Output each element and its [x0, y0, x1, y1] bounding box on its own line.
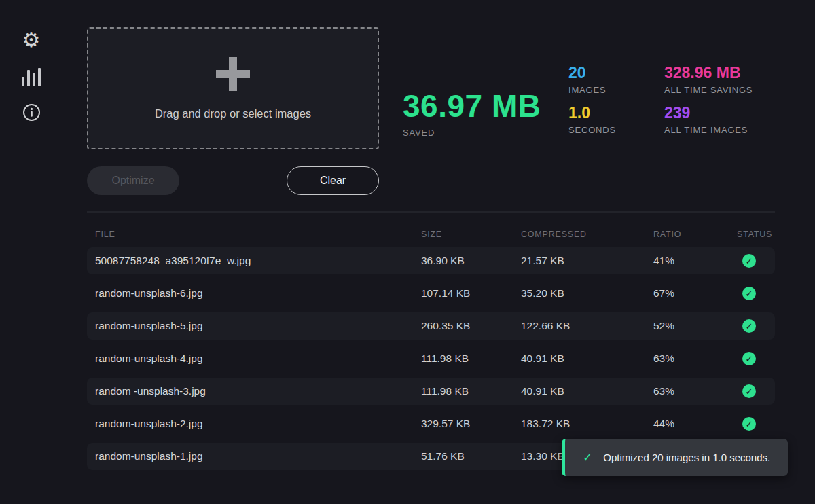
status-success-icon: ✓ — [742, 384, 756, 398]
cell-size: 107.14 KB — [421, 287, 521, 300]
stat-alltime-images-label: ALL TIME IMAGES — [664, 125, 753, 135]
header-ratio: RATIO — [653, 230, 737, 239]
table-row: random-unsplash-2.jpg 329.57 KB 183.72 K… — [87, 410, 775, 437]
stat-alltime-savings-value: 328.96 MB — [664, 64, 753, 82]
cell-size: 36.90 KB — [421, 255, 521, 267]
header-file: FILE — [87, 230, 421, 239]
header-compressed: COMPRESSED — [521, 230, 653, 239]
cell-file: random-unsplash-4.jpg — [87, 353, 421, 365]
stat-images-value: 20 — [568, 64, 616, 82]
section-divider — [87, 211, 775, 213]
dropzone-label: Drag and drop or select images — [155, 107, 311, 120]
stat-images-label: IMAGES — [568, 85, 616, 95]
sidebar-item-settings[interactable]: ⚙ — [21, 30, 41, 50]
cell-ratio: 52% — [653, 320, 737, 332]
cell-file: 50087758248_a395120f7e_w.jpg — [87, 255, 421, 267]
status-success-icon: ✓ — [742, 254, 756, 268]
cell-compressed: 35.20 KB — [521, 287, 653, 300]
cell-file: random-unsplash-2.jpg — [87, 418, 421, 430]
plus-icon — [216, 57, 250, 91]
cell-size: 111.98 KB — [421, 385, 521, 397]
table-header: FILE SIZE COMPRESSED RATIO STATUS — [87, 226, 775, 243]
clear-button[interactable]: Clear — [287, 166, 379, 195]
stat-saved-label: SAVED — [403, 128, 541, 138]
table-row: random-unsplash-5.jpg 260.35 KB 122.66 K… — [87, 312, 775, 340]
table-row: random-unsplash-4.jpg 111.98 KB 40.91 KB… — [87, 345, 775, 372]
toast-notification: ✓ Optimized 20 images in 1.0 seconds. — [562, 439, 788, 476]
stat-seconds-value: 1.0 — [568, 104, 616, 122]
table-row: 50087758248_a395120f7e_w.jpg 36.90 KB 21… — [87, 247, 775, 274]
cell-compressed: 122.66 KB — [521, 320, 653, 332]
cell-file: random-unsplash-6.jpg — [87, 287, 421, 300]
sidebar-item-statistics[interactable] — [21, 67, 41, 87]
table-row: random-unsplash-6.jpg 107.14 KB 35.20 KB… — [87, 280, 775, 307]
table-row: random -unsplash-3.jpg 111.98 KB 40.91 K… — [87, 378, 775, 405]
status-success-icon: ✓ — [742, 417, 756, 431]
gear-icon: ⚙ — [22, 30, 41, 50]
cell-file: random -unsplash-3.jpg — [87, 385, 421, 397]
stat-images: 20 IMAGES — [568, 64, 616, 95]
cell-ratio: 63% — [653, 353, 737, 365]
toast-message: Optimized 20 images in 1.0 seconds. — [603, 452, 770, 463]
cell-ratio: 63% — [653, 385, 737, 397]
cell-ratio: 41% — [653, 255, 737, 267]
stat-alltime-images-value: 239 — [664, 104, 753, 122]
cell-compressed: 40.91 KB — [521, 353, 653, 365]
cell-size: 260.35 KB — [421, 320, 521, 332]
check-icon: ✓ — [583, 450, 592, 465]
cell-compressed: 40.91 KB — [521, 385, 653, 397]
bar-chart-icon — [22, 67, 41, 86]
stat-column-session: 20 IMAGES 1.0 SECONDS — [568, 64, 616, 135]
status-success-icon: ✓ — [742, 287, 756, 300]
cell-size: 329.57 KB — [421, 418, 521, 430]
stat-seconds-label: SECONDS — [568, 125, 616, 135]
status-success-icon: ✓ — [742, 352, 756, 365]
stat-alltime-savings: 328.96 MB ALL TIME SAVINGS — [664, 64, 753, 95]
cell-size: 111.98 KB — [421, 353, 521, 365]
cell-size: 51.76 KB — [421, 450, 521, 463]
results-table: FILE SIZE COMPRESSED RATIO STATUS 500877… — [87, 226, 775, 475]
sidebar: ⚙ — [20, 30, 42, 124]
status-success-icon: ✓ — [742, 319, 756, 333]
cell-compressed: 183.72 KB — [521, 418, 653, 430]
cell-file: random-unsplash-1.jpg — [87, 450, 421, 463]
stat-column-alltime: 328.96 MB ALL TIME SAVINGS 239 ALL TIME … — [664, 64, 753, 135]
stat-alltime-images: 239 ALL TIME IMAGES — [664, 104, 753, 135]
info-icon — [22, 103, 41, 124]
cell-file: random-unsplash-5.jpg — [87, 320, 421, 332]
header-size: SIZE — [421, 230, 521, 239]
dropzone[interactable]: Drag and drop or select images — [87, 27, 379, 149]
stat-seconds: 1.0 SECONDS — [568, 104, 616, 135]
sidebar-item-about[interactable] — [21, 103, 41, 124]
header-status: STATUS — [737, 230, 775, 239]
cell-ratio: 44% — [653, 418, 737, 430]
optimize-button[interactable]: Optimize — [87, 166, 179, 195]
stat-alltime-savings-label: ALL TIME SAVINGS — [664, 85, 753, 95]
cell-ratio: 67% — [653, 287, 737, 300]
stat-saved: 36.97 MB SAVED — [403, 88, 541, 138]
stat-saved-value: 36.97 MB — [403, 88, 541, 124]
cell-compressed: 21.57 KB — [521, 255, 653, 267]
